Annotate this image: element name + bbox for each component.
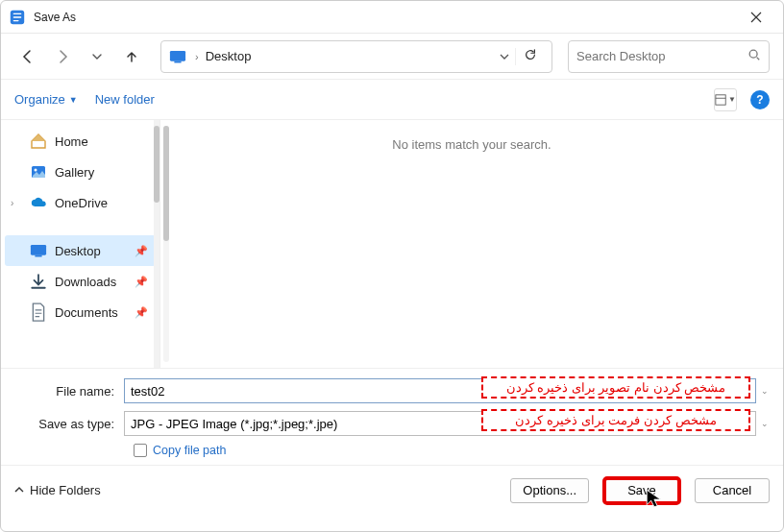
pin-icon: 📌 — [135, 306, 148, 319]
toolbar: Organize▼ New folder ▼ ? — [1, 80, 783, 120]
svg-rect-2 — [174, 60, 181, 62]
cancel-button[interactable]: Cancel — [695, 478, 770, 503]
home-icon — [30, 133, 47, 150]
svg-rect-1 — [170, 50, 185, 60]
refresh-button[interactable] — [515, 48, 544, 65]
help-button[interactable]: ? — [750, 90, 770, 109]
chevron-right-icon: › — [192, 51, 202, 62]
pin-icon: 📌 — [135, 276, 148, 288]
view-button[interactable]: ▼ — [714, 88, 737, 111]
svg-point-3 — [749, 50, 757, 58]
nav-bar: › Desktop — [1, 34, 783, 80]
sidebar-item-documents[interactable]: Documents 📌 — [5, 297, 156, 327]
sidebar-item-label: OneDrive — [55, 196, 108, 210]
close-button[interactable] — [737, 4, 775, 31]
search-icon — [747, 48, 761, 65]
breadcrumb-desktop[interactable]: Desktop — [202, 49, 256, 63]
svg-point-6 — [35, 169, 37, 172]
copy-file-path-label: Copy file path — [153, 444, 226, 457]
search-input[interactable] — [576, 49, 742, 63]
chevron-right-icon[interactable]: › — [11, 198, 13, 208]
desktop-icon — [169, 50, 186, 63]
sidebar-item-home[interactable]: Home — [5, 126, 156, 157]
app-icon — [9, 9, 26, 26]
onedrive-icon — [30, 194, 47, 211]
filename-label: File name: — [11, 384, 124, 399]
forward-button[interactable] — [49, 43, 76, 70]
annotation-filename: مشخص کردن نام تصویر برای ذخیره کردن — [481, 376, 750, 399]
footer: Hide Folders Options... Save Cancel — [1, 465, 783, 515]
form-area: File name: مشخص کردن نام تصویر برای ذخیر… — [1, 368, 783, 465]
search-box[interactable] — [568, 40, 770, 73]
documents-icon — [30, 303, 47, 321]
sidebar-item-label: Home — [55, 134, 88, 149]
sidebar-item-label: Documents — [55, 305, 118, 320]
pin-icon: 📌 — [135, 245, 148, 257]
svg-rect-7 — [31, 245, 46, 255]
organize-menu[interactable]: Organize▼ — [14, 92, 78, 107]
filename-history-dropdown[interactable]: ⌄ — [756, 386, 773, 396]
sidebar-item-desktop[interactable]: Desktop 📌 — [5, 235, 156, 266]
gallery-icon — [30, 163, 47, 181]
sidebar-item-downloads[interactable]: Downloads 📌 — [5, 266, 156, 297]
sidebar-item-onedrive[interactable]: › OneDrive — [5, 187, 156, 218]
desktop-icon — [30, 242, 47, 259]
title-bar: Save As — [1, 1, 783, 34]
cursor-icon — [645, 488, 666, 509]
sidebar-item-label: Desktop — [55, 244, 101, 258]
up-button[interactable] — [118, 43, 145, 70]
new-folder-button[interactable]: New folder — [95, 92, 155, 107]
svg-rect-4 — [716, 94, 725, 104]
sidebar-item-label: Downloads — [55, 275, 116, 289]
svg-rect-8 — [35, 254, 41, 256]
content-scroll-thumb[interactable] — [163, 126, 169, 241]
sidebar-item-label: Gallery — [55, 165, 94, 180]
recent-locations-button[interactable] — [84, 43, 110, 70]
empty-message: No items match your search. — [392, 137, 551, 152]
body-area: Home Gallery › OneDrive Desktop 📌 Downlo… — [1, 120, 783, 368]
copy-file-path-checkbox[interactable] — [134, 444, 147, 457]
back-button[interactable] — [14, 43, 41, 70]
hide-folders-toggle[interactable]: Hide Folders — [14, 483, 101, 497]
save-button[interactable]: Save — [604, 478, 679, 503]
downloads-icon — [30, 273, 47, 290]
filetype-dropdown-button[interactable]: ⌄ — [756, 419, 773, 428]
file-list-area: No items match your search. — [159, 120, 783, 368]
sidebar-item-gallery[interactable]: Gallery — [5, 157, 156, 187]
address-dropdown[interactable] — [494, 48, 515, 65]
options-button[interactable]: Options... — [510, 478, 589, 503]
window-title: Save As — [34, 11, 76, 24]
annotation-filetype: مشخص کردن فرمت برای ذخیره کردن — [481, 409, 750, 431]
address-bar[interactable]: › Desktop — [160, 40, 552, 73]
chevron-up-icon — [14, 483, 24, 497]
sidebar: Home Gallery › OneDrive Desktop 📌 Downlo… — [1, 120, 159, 368]
filetype-value: JPG - JPEG Image (*.jpg;*.jpeg;*.jpe) — [131, 417, 337, 431]
filetype-label: Save as type: — [11, 417, 124, 431]
